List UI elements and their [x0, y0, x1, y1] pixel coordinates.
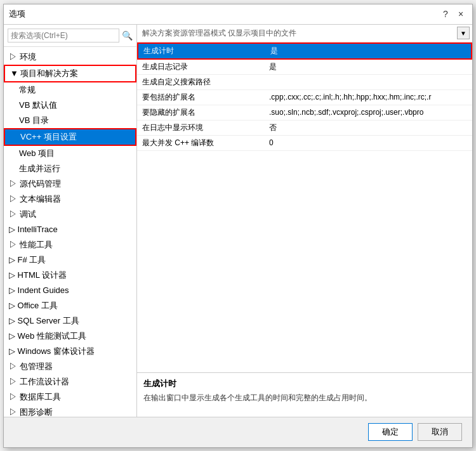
- confirm-button[interactable]: 确定: [368, 423, 413, 441]
- tree-item-sql-server[interactable]: ▷ SQL Server 工具: [4, 313, 136, 329]
- left-panel: 🔍 ▷ 环境▼ 项目和解决方案常规VB 默认值VB 目录VC++ 项目设置Web…: [4, 25, 137, 417]
- tree-item-projects[interactable]: ▼ 项目和解决方案: [4, 65, 136, 82]
- cancel-button[interactable]: 取消: [418, 423, 462, 441]
- tree-item-vb-defaults[interactable]: VB 默认值: [4, 98, 136, 113]
- settings-value-1: 是: [264, 60, 472, 74]
- settings-key-1: 生成日志记录: [137, 60, 264, 74]
- settings-value-0: 是: [265, 44, 471, 58]
- content-area: 🔍 ▷ 环境▼ 项目和解决方案常规VB 默认值VB 目录VC++ 项目设置Web…: [4, 25, 472, 417]
- tree-item-html-designer[interactable]: ▷ HTML 设计器: [4, 268, 136, 283]
- settings-table: 生成计时是生成日志记录是生成自定义搜索路径要包括的扩展名.cpp;.cxx;.c…: [137, 42, 472, 372]
- help-button[interactable]: ?: [439, 8, 452, 20]
- settings-header: 解决方案资源管理器模式 仅显示项目中的文件 ▼: [137, 25, 472, 42]
- settings-key-6: 最大并发 C++ 编译数: [137, 136, 264, 150]
- tree-item-db-tools[interactable]: ▷ 数据库工具: [4, 389, 136, 405]
- tree-item-perf-tools[interactable]: ▷ 性能工具: [4, 237, 136, 252]
- tree-item-office-tools[interactable]: ▷ Office 工具: [4, 298, 136, 313]
- settings-row-2[interactable]: 生成自定义搜索路径: [137, 75, 472, 90]
- header-text: 解决方案资源管理器模式 仅显示项目中的文件: [137, 28, 457, 39]
- tree-item-general[interactable]: 常规: [4, 82, 136, 98]
- settings-key-5: 在日志中显示环境: [137, 121, 264, 135]
- settings-row-5[interactable]: 在日志中显示环境否: [137, 121, 472, 136]
- tree-item-text-editor[interactable]: ▷ 文本编辑器: [4, 192, 136, 207]
- tree-item-source-ctrl[interactable]: ▷ 源代码管理: [4, 176, 136, 192]
- dialog-title: 选项: [9, 8, 25, 20]
- settings-value-2: [264, 80, 472, 84]
- tree-item-intellitrace[interactable]: ▷ IntelliTrace: [4, 222, 136, 237]
- bottom-bar: 确定 取消: [4, 417, 472, 447]
- tree-item-fsharp[interactable]: ▷ F# 工具: [4, 252, 136, 268]
- description-text: 在输出窗口中显示生成各个生成工具的时间和完整的生成占用时间。: [143, 392, 466, 403]
- settings-value-6: 0: [264, 136, 472, 149]
- settings-value-4: .suo;.sln;.ncb;.sdf;.vcxproj;.csproj;.us…: [264, 106, 472, 119]
- settings-row-4[interactable]: 要隐藏的扩展名.suo;.sln;.ncb;.sdf;.vcxproj;.csp…: [137, 105, 472, 121]
- settings-key-0: 生成计时: [138, 44, 265, 58]
- title-bar: 选项 ? ×: [4, 4, 472, 25]
- settings-value-3: .cpp;.cxx;.cc;.c;.inl;.h;.hh;.hpp;.hxx;.…: [264, 91, 472, 103]
- tree-item-graph-diag[interactable]: ▷ 图形诊断: [4, 405, 136, 417]
- description-panel: 生成计时 在输出窗口中显示生成各个生成工具的时间和完整的生成占用时间。: [137, 372, 472, 417]
- settings-row-6[interactable]: 最大并发 C++ 编译数0: [137, 136, 472, 151]
- tree-item-indent-guides[interactable]: ▷ Indent Guides: [4, 283, 136, 298]
- tree-item-windows-ui[interactable]: ▷ Windows 窗体设计器: [4, 344, 136, 359]
- settings-value-5: 否: [264, 121, 472, 135]
- settings-key-2: 生成自定义搜索路径: [137, 75, 264, 89]
- tree-item-debug[interactable]: ▷ 调试: [4, 207, 136, 222]
- tree-item-web-proj[interactable]: Web 项目: [4, 146, 136, 161]
- tree-item-build-run[interactable]: 生成并运行: [4, 161, 136, 176]
- tree-item-pkg-mgr[interactable]: ▷ 包管理器: [4, 359, 136, 374]
- close-button[interactable]: ×: [454, 8, 467, 20]
- title-controls: ? ×: [439, 8, 467, 20]
- search-input[interactable]: [8, 29, 119, 42]
- tree-item-vb-dir[interactable]: VB 目录: [4, 113, 136, 128]
- settings-row-1[interactable]: 生成日志记录是: [137, 60, 472, 75]
- settings-key-3: 要包括的扩展名: [137, 90, 264, 105]
- tree: ▷ 环境▼ 项目和解决方案常规VB 默认值VB 目录VC++ 项目设置Web 项…: [4, 47, 136, 417]
- search-icon: 🔍: [122, 30, 133, 41]
- dropdown-button[interactable]: ▼: [457, 27, 470, 39]
- search-box: 🔍: [4, 25, 136, 47]
- tree-item-web-perf[interactable]: ▷ Web 性能测试工具: [4, 329, 136, 344]
- tree-item-env[interactable]: ▷ 环境: [4, 49, 136, 65]
- description-title: 生成计时: [143, 378, 466, 389]
- settings-row-3[interactable]: 要包括的扩展名.cpp;.cxx;.cc;.c;.inl;.h;.hh;.hpp…: [137, 90, 472, 105]
- tree-item-vcpp[interactable]: VC++ 项目设置: [4, 128, 136, 146]
- settings-row-0[interactable]: 生成计时是: [137, 42, 472, 60]
- settings-key-4: 要隐藏的扩展名: [137, 105, 264, 120]
- options-dialog: 选项 ? × 🔍 ▷ 环境▼ 项目和解决方案常规VB 默认值VB 目录VC++ …: [3, 4, 473, 448]
- tree-item-workflow[interactable]: ▷ 工作流设计器: [4, 374, 136, 389]
- right-panel: 解决方案资源管理器模式 仅显示项目中的文件 ▼ 生成计时是生成日志记录是生成自定…: [137, 25, 472, 417]
